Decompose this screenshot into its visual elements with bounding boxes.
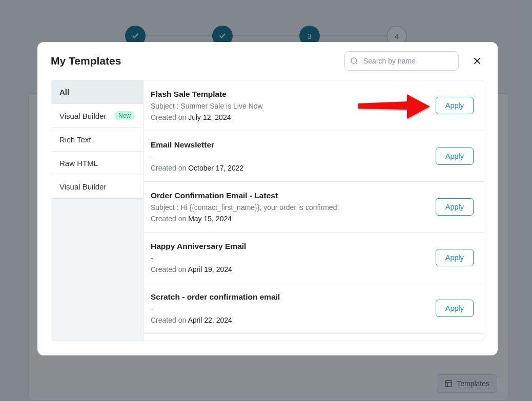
- close-icon: [472, 55, 483, 67]
- templates-modal: My Templates All Visual Builder New: [37, 42, 498, 355]
- template-title: Email Newsletter: [151, 140, 427, 150]
- sidebar-item-label: Rich Text: [59, 135, 91, 144]
- apply-button[interactable]: Apply: [436, 300, 474, 317]
- sidebar-item-label: Visual Builder: [59, 112, 106, 120]
- template-info: Scratch - order confirmation email - Cre…: [151, 292, 427, 324]
- template-title: Flash Sale Template: [151, 90, 427, 99]
- template-info: Email Newsletter - Created on October 17…: [151, 140, 427, 172]
- sidebar-item-label: Visual Builder: [59, 182, 106, 191]
- template-created: Created on April 22, 2024: [151, 316, 427, 324]
- sidebar-item-rich-text[interactable]: Rich Text: [51, 128, 143, 152]
- template-created: Created on April 19, 2024: [151, 265, 427, 273]
- template-subject: Subject : Hi {{contact_first_name}}, you…: [151, 203, 427, 212]
- template-title: Happy Anniversary Email: [151, 242, 427, 251]
- sidebar-item-raw-html[interactable]: Raw HTML: [51, 152, 143, 175]
- template-created: Created on July 12, 2024: [151, 113, 427, 121]
- search-icon: [350, 57, 358, 65]
- template-created: Created on October 17, 2022: [151, 164, 427, 172]
- new-badge: New: [114, 111, 135, 120]
- apply-button[interactable]: Apply: [436, 198, 474, 216]
- search-input[interactable]: [344, 51, 459, 71]
- template-row: Flash Sale Template Subject : Summer Sal…: [144, 80, 484, 131]
- template-row: Order Confirmation Email - Latest Subjec…: [144, 182, 484, 233]
- sidebar-item-all[interactable]: All: [51, 80, 143, 104]
- apply-button[interactable]: Apply: [436, 97, 474, 114]
- template-row: Email Newsletter - Created on October 17…: [144, 131, 484, 182]
- svg-point-3: [351, 58, 357, 64]
- sidebar-item-label: All: [59, 88, 69, 96]
- close-button[interactable]: [470, 54, 484, 68]
- template-subject: -: [151, 305, 427, 313]
- search-wrapper: [344, 51, 459, 71]
- template-row: Scratch - order confirmation email - Cre…: [144, 283, 484, 334]
- template-subject: -: [151, 153, 427, 161]
- modal-title: My Templates: [51, 55, 121, 67]
- modal-body: All Visual Builder New Rich Text Raw HTM…: [51, 80, 484, 341]
- sidebar-item-label: Raw HTML: [59, 159, 98, 167]
- template-title: Scratch - order confirmation email: [151, 292, 427, 302]
- modal-header: My Templates: [37, 42, 498, 80]
- template-subject: -: [151, 254, 427, 262]
- sidebar-item-visual-builder-new[interactable]: Visual Builder New: [51, 104, 143, 128]
- template-title: Order Confirmation Email - Latest: [151, 191, 427, 200]
- template-category-sidebar: All Visual Builder New Rich Text Raw HTM…: [51, 80, 144, 341]
- template-created: Created on May 15, 2024: [151, 215, 427, 223]
- template-subject: Subject : Summer Sale is Live Now: [151, 102, 427, 110]
- svg-line-4: [356, 62, 357, 64]
- template-info: Happy Anniversary Email - Created on Apr…: [151, 242, 427, 273]
- apply-button[interactable]: Apply: [436, 147, 474, 165]
- template-info: Flash Sale Template Subject : Summer Sal…: [151, 90, 427, 121]
- sidebar-item-visual-builder[interactable]: Visual Builder: [51, 175, 143, 199]
- template-row: Happy Anniversary Email - Created on Apr…: [144, 233, 484, 283]
- template-list[interactable]: Flash Sale Template Subject : Summer Sal…: [144, 80, 484, 341]
- template-info: Order Confirmation Email - Latest Subjec…: [151, 191, 427, 223]
- apply-button[interactable]: Apply: [436, 249, 474, 266]
